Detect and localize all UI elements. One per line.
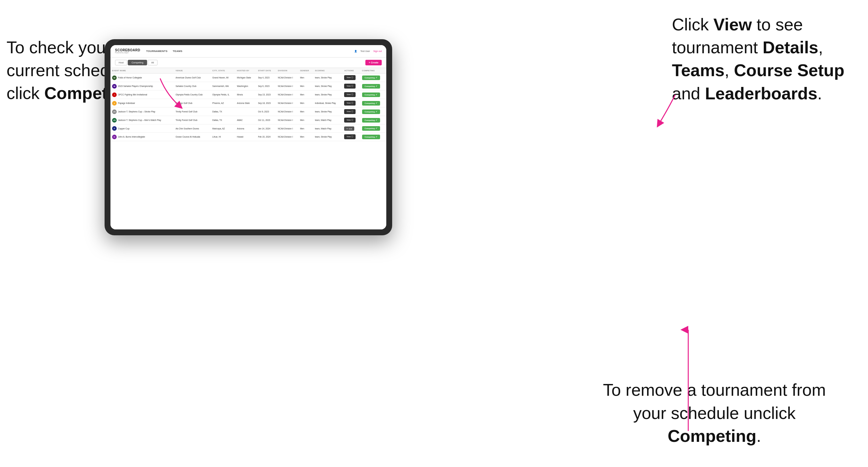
cell-competing: Competing [361,133,386,141]
cell-hosted-by: Michigan State [235,73,256,82]
cell-venue: Sahalee Country Club [174,82,211,91]
cell-actions: View ⓘ [342,91,360,99]
scoreboard-logo: SCOREBOARD Powered by clippd [115,49,140,54]
col-start-date: START DATE [256,68,276,73]
col-hosted-by: HOSTED BY [235,68,256,73]
cell-city: Lihue, HI [211,133,235,141]
user-icon: 👤 [354,50,357,53]
nav-tournaments[interactable]: TOURNAMENTS [146,50,167,53]
cell-hosted-by: Illinois [235,91,256,99]
cell-start-date: Sep 18, 2023 [256,99,276,107]
cell-hosted-by: Washington [235,82,256,91]
cell-gender: Men [299,116,313,125]
table-row: JS Jackson T. Stephens Cup – Stroke Play… [111,107,386,116]
cell-hosted-by: ABAC [235,116,256,125]
cell-actions: ✏ Edit [342,125,360,133]
edit-button[interactable]: ✏ Edit [344,126,354,131]
col-venue: VENUE [174,68,211,73]
tab-all[interactable]: All [148,60,157,65]
view-button[interactable]: View ⓘ [344,75,355,80]
cell-division: NCAA Division I [276,133,299,141]
event-name-text: Copper Cup [118,127,129,130]
sign-out-link[interactable]: Sign out [373,50,382,52]
event-name-text: Papago Individual [118,102,135,104]
table-header-row: EVENT NAME VENUE CITY, STATE HOSTED BY S… [111,68,386,73]
team-icon: W [112,84,117,89]
cell-scoring: team, Match Play [313,125,343,133]
cell-division: NCAA Division I [276,99,299,107]
col-division: DIVISION [276,68,299,73]
tab-competing[interactable]: Competing [128,60,147,65]
event-name-text: Jackson T. Stephens Cup – Men's Match Pl… [118,119,161,121]
competing-button[interactable]: Competing [362,92,380,97]
table-row: W Folds of Honor Collegiate American Dun… [111,73,386,82]
view-button[interactable]: View ⓘ [344,92,355,97]
event-name-text: John A. Burns Intercollegiate [118,136,145,138]
event-name-text: Folds of Honor Collegiate [118,76,142,79]
tournaments-table: EVENT NAME VENUE CITY, STATE HOSTED BY S… [111,68,386,141]
app-header: SCOREBOARD Powered by clippd TOURNAMENTS… [111,45,386,58]
sub-header: Host Competing All + Create [111,58,386,68]
competing-button[interactable]: Competing [362,84,380,89]
cell-city: Grand Haven, MI [211,73,235,82]
cell-actions: View ⓘ [342,116,360,125]
col-city: CITY, STATE [211,68,235,73]
create-button[interactable]: + Create [365,60,382,65]
cell-division: NCAA Division I [276,73,299,82]
cell-competing: Competing [361,107,386,116]
team-icon: H [112,135,117,139]
view-button[interactable]: View ⓘ [344,134,355,139]
competing-button[interactable]: Competing [362,126,380,131]
cell-hosted-by: Arizona State [235,99,256,107]
view-button[interactable]: View ⓘ [344,109,355,114]
cell-division: NCAA Division I [276,107,299,116]
cell-hosted-by: Arizona [235,125,256,133]
view-button[interactable]: View ⓘ [344,101,355,105]
cell-competing: Competing [361,99,386,107]
team-icon: A [112,126,117,131]
cell-competing: Competing [361,82,386,91]
cell-start-date: Sep 9, 2023 [256,82,276,91]
col-actions: ACTIONS [342,68,360,73]
competing-button[interactable]: Competing [362,101,380,105]
view-button[interactable]: View ⓘ [344,84,355,89]
col-competing: COMPETING [361,68,386,73]
event-name-text: 2023 Sahalee Players Championship [118,85,153,87]
cell-competing: Competing [361,91,386,99]
view-button[interactable]: View ⓘ [344,118,355,123]
cell-scoring: team, Stroke Play [313,133,343,141]
cell-actions: View ⓘ [342,133,360,141]
annotation-top-right: Click View to see tournament Details, Te… [672,13,862,105]
cell-city: Dallas, TX [211,116,235,125]
cell-venue: American Dunes Golf Club [174,73,211,82]
cell-venue: Ocean Course At Hokuala [174,133,211,141]
competing-button[interactable]: Competing [362,135,380,139]
tab-host[interactable]: Host [115,60,127,65]
cell-hosted-by: Hawaii [235,133,256,141]
cell-division: NCAA Division I [276,125,299,133]
table-row: ♦ Papago Individual Papago Golf Club Pho… [111,99,386,107]
cell-event-name: W Folds of Honor Collegiate [111,73,174,82]
competing-button[interactable]: Competing [362,75,380,80]
competing-button[interactable]: Competing [362,110,380,114]
cell-start-date: Jan 14, 2024 [256,125,276,133]
table-row: I OFCC Fighting Illini Invitational Olym… [111,91,386,99]
cell-scoring: individual, Stroke Play [313,99,343,107]
team-icon: ♦ [112,101,117,105]
cell-actions: View ⓘ [342,107,360,116]
cell-scoring: team, Stroke Play [313,107,343,116]
cell-city: Phoenix, AZ [211,99,235,107]
cell-start-date: Feb 15, 2024 [256,133,276,141]
table-row: H John A. Burns Intercollegiate Ocean Co… [111,133,386,141]
competing-button[interactable]: Competing [362,118,380,123]
tournaments-table-container: EVENT NAME VENUE CITY, STATE HOSTED BY S… [111,68,386,229]
cell-actions: View ⓘ [342,99,360,107]
tab-group: Host Competing All [115,60,157,65]
nav-teams[interactable]: TEAMS [173,50,183,53]
cell-venue: Olympia Fields Country Club [174,91,211,99]
cell-gender: Men [299,73,313,82]
nav-links: TOURNAMENTS TEAMS [146,50,354,53]
cell-start-date: Oct 11, 2023 [256,116,276,125]
cell-event-name: W 2023 Sahalee Players Championship [111,82,174,91]
cell-scoring: team, Match Play [313,116,343,125]
